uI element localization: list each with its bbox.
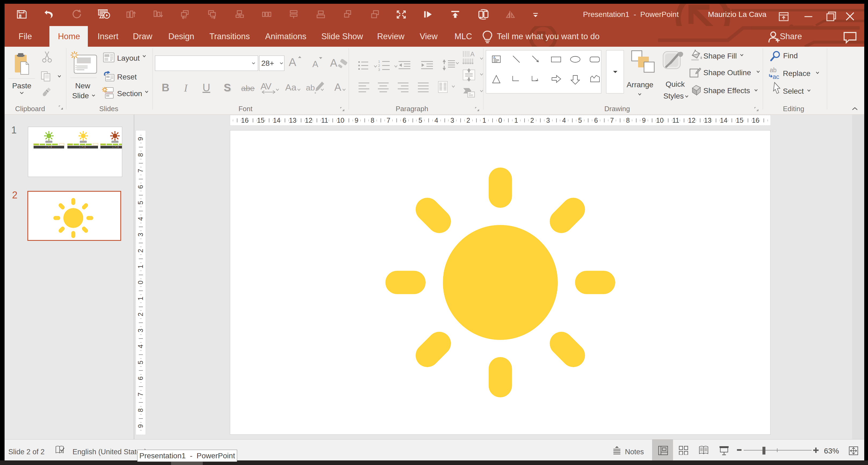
svg-text:ab: ab <box>770 67 777 73</box>
svg-text:2: 2 <box>378 64 380 68</box>
svg-text:A: A <box>470 51 474 58</box>
svg-text:3: 3 <box>378 68 380 71</box>
svg-text:1: 1 <box>378 60 380 64</box>
svg-text:ac: ac <box>773 73 779 80</box>
svg-text:A: A <box>493 55 496 59</box>
